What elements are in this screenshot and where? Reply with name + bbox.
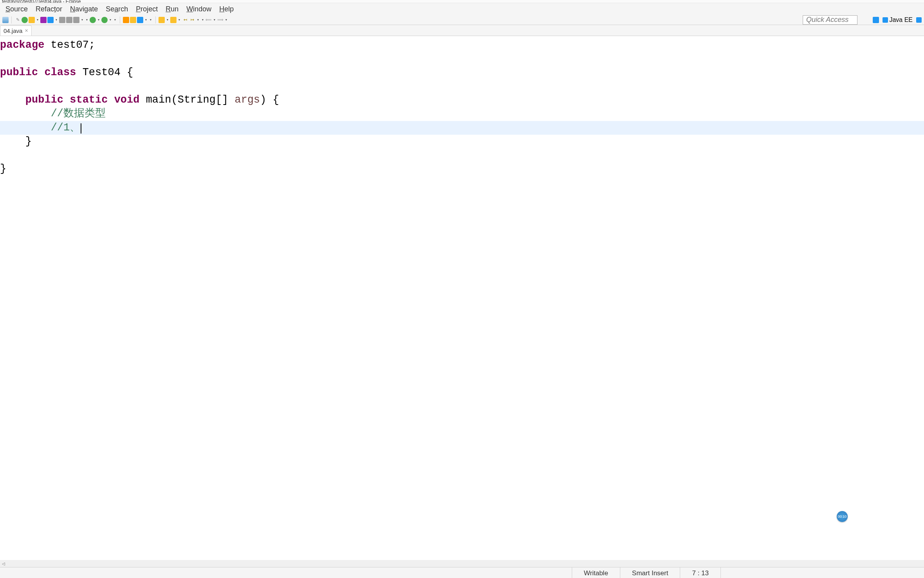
dropdown-icon[interactable]: ▾	[85, 17, 89, 23]
dropdown-icon[interactable]: ▾	[201, 17, 205, 23]
toolbar-separator	[120, 16, 120, 23]
back-icon[interactable]: ⟸	[205, 17, 212, 23]
menu-run[interactable]: Run	[162, 4, 182, 15]
run-icon[interactable]	[90, 17, 96, 23]
menu-project[interactable]: Project	[132, 4, 162, 15]
code-line	[0, 79, 924, 93]
new-ejb-icon[interactable]	[40, 17, 47, 23]
dropdown-icon[interactable]: ▾	[108, 17, 112, 23]
quick-access-placeholder: Quick Access	[806, 16, 848, 24]
dropdown-icon[interactable]: ▾	[213, 17, 216, 23]
menu-help[interactable]: Help	[215, 4, 238, 15]
close-icon[interactable]: ✕	[25, 28, 28, 33]
debug-icon[interactable]	[101, 17, 108, 23]
code-line-current: //1、	[0, 121, 924, 135]
code-line: package test07;	[0, 38, 924, 52]
code-line: public static void main(String[] args) {	[0, 93, 924, 107]
code-editor[interactable]: package test07; public class Test04 { pu…	[0, 36, 924, 567]
dropdown-icon[interactable]: ▾	[224, 17, 228, 23]
java-icon[interactable]	[916, 17, 922, 23]
toolbar: ✎ ▾ ▾ ▾ ▾ ▾ ▾ ▾ ▾ ▾ ▾ ▾ ↤ ↦ ▾ ▾ ⟸ ▾ ⟹	[0, 15, 924, 25]
open-task-icon[interactable]	[66, 17, 72, 23]
perspective-label: Java EE	[889, 16, 913, 23]
toolbar-group-file	[1, 17, 10, 23]
dropdown-icon[interactable]: ▾	[196, 17, 200, 23]
new-package-icon[interactable]	[123, 17, 129, 23]
new-wizard-icon[interactable]	[29, 17, 35, 23]
status-bar: Writable Smart Insert 7 : 13	[0, 567, 924, 578]
code-line: }	[0, 162, 924, 176]
toolbar-group-search: ▾ ▾ ↤ ↦ ▾ ▾ ⟸ ▾ ⟹ ▾	[157, 17, 230, 23]
new-project-icon[interactable]	[47, 17, 54, 23]
prev-annotation-icon[interactable]: ↤	[182, 17, 188, 23]
code-line: }	[0, 135, 924, 148]
status-writable: Writable	[572, 567, 620, 578]
new-folder-icon[interactable]	[137, 17, 143, 23]
window-title: test06/src/test07/Test04.java - Eclipse	[2, 0, 81, 3]
java-ee-icon	[883, 17, 888, 23]
save-icon[interactable]	[2, 17, 9, 23]
quick-access-input[interactable]: Quick Access	[803, 15, 857, 25]
dropdown-icon[interactable]: ▾	[149, 17, 153, 23]
horizontal-scrollbar[interactable]: ◁	[0, 560, 924, 567]
dropdown-icon[interactable]: ▾	[80, 17, 84, 23]
dropdown-icon[interactable]: ▾	[36, 17, 40, 23]
text-cursor	[81, 123, 81, 134]
status-insert-mode: Smart Insert	[620, 567, 680, 578]
dropdown-icon[interactable]: ▾	[97, 17, 101, 23]
dropdown-icon[interactable]: ▾	[166, 17, 169, 23]
editor-tab-bar: 04.java ✕	[0, 25, 924, 36]
timer-badge: 00:10	[837, 511, 848, 522]
new-jpa-icon[interactable]	[73, 17, 79, 23]
perspective-bar: Java EE	[870, 15, 924, 25]
next-annotation-icon[interactable]: ↦	[189, 17, 195, 23]
menu-refactor[interactable]: Refactor	[32, 4, 66, 15]
toolbar-group-new: ✎ ▾ ▾ ▾ ▾ ▾ ▾ ▾	[13, 17, 119, 23]
toolbar-separator	[11, 16, 12, 23]
menu-window[interactable]: Window	[182, 4, 215, 15]
status-cursor-position: 7 : 13	[680, 567, 720, 578]
open-perspective-icon[interactable]	[873, 17, 879, 23]
tab-label: 04.java	[4, 27, 22, 34]
code-line	[0, 148, 924, 162]
menu-search[interactable]: Search	[102, 4, 132, 15]
wizard-icon[interactable]: ✎	[14, 17, 21, 23]
search-icon[interactable]	[159, 17, 165, 23]
menu-navigate[interactable]: Navigate	[66, 4, 102, 15]
new-class-icon[interactable]	[130, 17, 136, 23]
editor-tab[interactable]: 04.java ✕	[0, 25, 32, 36]
dropdown-icon[interactable]: ▾	[177, 17, 181, 23]
title-bar: test06/src/test07/Test04.java - Eclipse	[0, 0, 924, 3]
new-server-icon[interactable]	[22, 17, 28, 23]
timer-value: 00:10	[838, 515, 847, 518]
scroll-left-icon[interactable]: ◁	[0, 560, 7, 567]
dropdown-icon[interactable]: ▾	[54, 17, 58, 23]
menu-source[interactable]: Source	[2, 4, 32, 15]
code-line	[0, 52, 924, 66]
code-line: public class Test04 {	[0, 66, 924, 79]
status-empty	[720, 567, 924, 578]
perspective-java-ee[interactable]: Java EE	[881, 15, 915, 25]
toolbar-separator	[155, 16, 156, 23]
code-line: //数据类型	[0, 107, 924, 121]
forward-icon[interactable]: ⟹	[217, 17, 223, 23]
open-type-icon[interactable]	[59, 17, 65, 23]
annotation-icon[interactable]	[170, 17, 177, 23]
menu-bar: Source Refactor Navigate Search Project …	[0, 3, 924, 15]
dropdown-icon[interactable]: ▾	[113, 17, 117, 23]
toolbar-group-create: ▾ ▾	[121, 17, 154, 23]
dropdown-icon[interactable]: ▾	[144, 17, 148, 23]
